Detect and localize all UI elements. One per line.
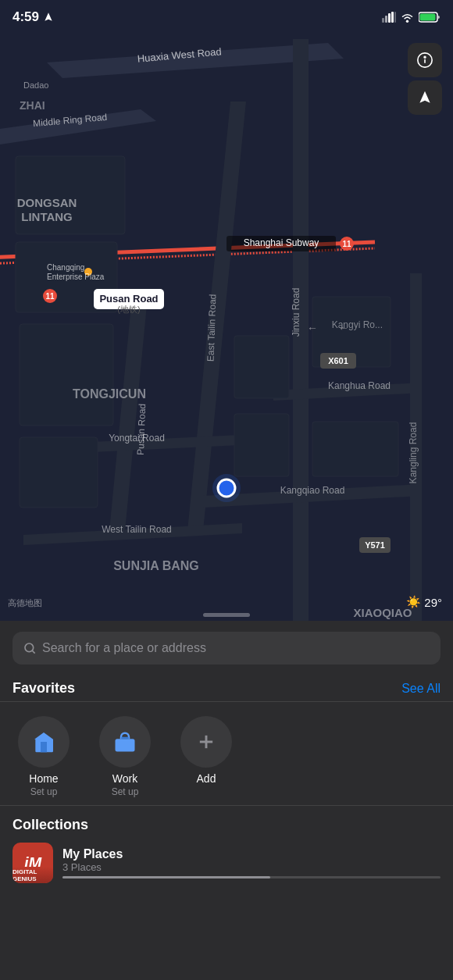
home-sublabel: Set up: [30, 786, 58, 797]
svg-rect-52: [394, 12, 396, 23]
watermark-text: 高德地图: [8, 598, 42, 608]
bottom-sheet: Search for a place or address Favorites …: [0, 621, 453, 980]
weather-badge: ☀️ 29°: [406, 595, 442, 609]
collections-section: Collections iM DIGITAL GENIUS My Places …: [0, 805, 453, 893]
svg-rect-5: [20, 437, 98, 508]
search-icon: [23, 642, 36, 654]
work-icon: [112, 730, 137, 754]
home-icon-circle: [18, 716, 70, 768]
see-all-button[interactable]: See All: [401, 682, 441, 696]
svg-text:West Tailin Road: West Tailin Road: [102, 524, 172, 535]
svg-rect-50: [388, 13, 391, 23]
favorites-header: Favorites See All: [0, 672, 453, 702]
svg-text:11: 11: [45, 292, 55, 301]
battery-icon: [419, 12, 441, 23]
svg-point-47: [218, 479, 235, 497]
svg-rect-7: [312, 422, 398, 476]
svg-rect-55: [420, 14, 436, 21]
svg-text:Kanghua Road: Kanghua Road: [328, 380, 391, 391]
svg-rect-48: [382, 18, 384, 23]
add-icon-circle: [180, 716, 232, 768]
favorite-home[interactable]: Home Set up: [12, 716, 75, 797]
svg-text:Jinxiu Road: Jinxiu Road: [291, 288, 301, 337]
svg-rect-4: [20, 324, 113, 426]
svg-text:XIAOQIAO: XIAOQIAO: [353, 606, 412, 619]
svg-rect-49: [385, 16, 387, 23]
favorite-add[interactable]: Add: [175, 716, 237, 797]
svg-line-61: [32, 650, 35, 654]
status-icons: [382, 12, 441, 23]
time-display: 4:59: [12, 9, 39, 25]
status-bar: 4:59: [0, 0, 453, 34]
favorites-row: Home Set up Work Set up A: [0, 702, 453, 805]
info-icon: [416, 52, 433, 69]
svg-rect-51: [391, 12, 394, 23]
info-button[interactable]: [408, 43, 442, 77]
map-overlay-buttons: [408, 43, 442, 115]
add-icon: [195, 731, 217, 753]
search-placeholder: Search for a place or address: [42, 641, 206, 655]
location-icon: [417, 90, 433, 105]
svg-text:Y571: Y571: [365, 540, 385, 550]
svg-text:Kangyi Ro...: Kangyi Ro...: [332, 319, 383, 330]
favorite-work[interactable]: Work Set up: [94, 716, 156, 797]
add-label: Add: [197, 772, 216, 785]
favorites-title: Favorites: [12, 680, 75, 697]
my-places-thumbnail: iM DIGITAL GENIUS: [12, 843, 53, 883]
my-places-count: 3 Places: [62, 861, 441, 873]
svg-text:(地铁): (地铁): [117, 305, 140, 314]
work-icon-circle: [99, 716, 151, 768]
location-arrow-icon: [43, 12, 54, 23]
svg-text:Kangqiao Road: Kangqiao Road: [280, 485, 345, 496]
svg-text:SUNJIA BANG: SUNJIA BANG: [113, 559, 199, 572]
svg-text:Enterprise Plaza: Enterprise Plaza: [47, 273, 105, 281]
status-time: 4:59: [12, 9, 54, 25]
home-label: Home: [29, 772, 58, 785]
map-background: ← ← X601 Y571 Pusan Road (地铁) Shanghai S…: [0, 0, 453, 625]
svg-text:Changqing: Changqing: [47, 263, 84, 272]
svg-text:Pusan Road: Pusan Road: [99, 293, 158, 305]
svg-text:Yongtai Road: Yongtai Road: [109, 433, 165, 444]
location-button[interactable]: [408, 80, 442, 115]
svg-rect-62: [116, 739, 135, 751]
progress-bar-container: [62, 876, 441, 878]
svg-rect-63: [121, 737, 129, 739]
svg-text:ZHAI: ZHAI: [20, 99, 45, 112]
svg-text:TONGJICUN: TONGJICUN: [73, 387, 146, 401]
drag-handle[interactable]: [203, 613, 250, 617]
svg-text:11: 11: [342, 240, 351, 248]
wifi-icon: [401, 12, 414, 23]
svg-point-53: [406, 20, 408, 22]
svg-text:←: ←: [307, 322, 318, 334]
map-section[interactable]: ← ← X601 Y571 Pusan Road (地铁) Shanghai S…: [0, 0, 453, 625]
svg-text:Kangling Road: Kangling Road: [408, 422, 419, 484]
collections-title: Collections: [12, 817, 441, 833]
digital-genius-label: DIGITAL GENIUS: [12, 868, 53, 882]
map-watermark: 高德地图: [8, 597, 42, 609]
home-icon: [31, 729, 56, 754]
svg-text:LINTANG: LINTANG: [21, 210, 73, 223]
my-places-info: My Places 3 Places: [62, 847, 441, 878]
svg-point-59: [424, 56, 426, 58]
search-bar[interactable]: Search for a place or address: [12, 632, 441, 665]
my-places-card[interactable]: iM DIGITAL GENIUS My Places 3 Places: [12, 843, 441, 893]
temperature-display: 29°: [424, 596, 442, 609]
search-container: Search for a place or address: [0, 621, 453, 672]
svg-text:Shanghai Subway: Shanghai Subway: [244, 237, 319, 248]
svg-rect-6: [234, 414, 289, 476]
svg-text:Dadao: Dadao: [23, 80, 48, 90]
work-label: Work: [112, 772, 137, 785]
progress-bar-fill: [62, 876, 270, 878]
weather-icon: ☀️: [406, 595, 421, 609]
work-sublabel: Set up: [112, 786, 139, 797]
signal-icon: [382, 12, 396, 23]
svg-text:Pusan Road: Pusan Road: [135, 404, 148, 455]
svg-text:DONGSAN: DONGSAN: [17, 196, 77, 209]
svg-text:X601: X601: [328, 356, 348, 365]
svg-rect-8: [234, 336, 289, 398]
my-places-name: My Places: [62, 847, 441, 861]
